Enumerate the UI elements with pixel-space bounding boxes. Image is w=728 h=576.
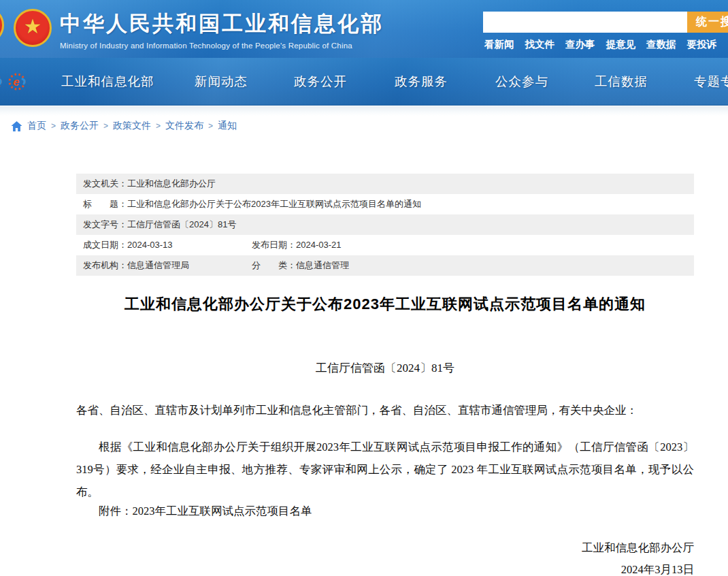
site-title: 中华人民共和国工业和信息化部 — [60, 10, 384, 38]
meta-value: 信息通信管理局 — [127, 260, 189, 270]
quick-link-files[interactable]: 找文件 — [525, 38, 555, 51]
document-meta-table: 发文机关：工业和信息化部办公厅 标 题：工业和信息化部办公厅关于公布2023年工… — [76, 174, 694, 276]
nav-item-miit[interactable]: 工业和信息化部 — [61, 58, 154, 106]
meta-value: 2024-03-13 — [127, 240, 173, 250]
meta-value: 工业和信息化部办公厅关于公布2023年工业互联网试点示范项目名单的通知 — [127, 199, 421, 209]
meta-label: 发文字号： — [83, 219, 127, 229]
meta-value: 2024-03-21 — [296, 240, 342, 250]
breadcrumb-separator: > — [51, 121, 56, 131]
search-input[interactable] — [483, 12, 687, 33]
meta-row-issuing-agency: 发文机关：工业和信息化部办公厅 — [76, 174, 694, 194]
breadcrumb-notice[interactable]: 通知 — [218, 120, 237, 132]
document-date: 2024年3月13日 — [76, 558, 694, 576]
document-title: 工业和信息化部办公厅关于公布2023年工业互联网试点示范项目名单的通知 — [76, 294, 694, 315]
site-titles: 中华人民共和国工业和信息化部 Ministry of Industry and … — [60, 10, 384, 50]
svg-text:e: e — [13, 76, 19, 89]
search-box: 统一搜索 — [483, 12, 728, 33]
unified-search-button[interactable]: 统一搜索 — [687, 12, 728, 33]
main-nav: e e 工业和信息化部 新闻动态 政务公开 政务服务 公众参与 工信数据 专题专… — [0, 58, 728, 106]
document-number: 工信厅信管函〔2024〕81号 — [76, 360, 694, 376]
meta-label: 分 类： — [252, 260, 296, 270]
document-signature: 工业和信息化部办公厅 — [76, 537, 694, 559]
quick-link-complaints[interactable]: 要投诉 — [687, 38, 717, 51]
quick-link-suggestions[interactable]: 提意见 — [606, 38, 636, 51]
miit-gear-icon: e — [7, 71, 28, 92]
header-shadow-band — [0, 106, 728, 116]
breadcrumb-file-release[interactable]: 文件发布 — [165, 120, 203, 132]
breadcrumb-gov-info[interactable]: 政务公开 — [61, 120, 99, 132]
meta-label: 发布日期： — [252, 240, 296, 250]
nav-item-public[interactable]: 公众参与 — [495, 58, 548, 106]
quick-link-news[interactable]: 看新闻 — [484, 38, 514, 51]
breadcrumb-separator: > — [156, 121, 161, 131]
quick-link-services[interactable]: 查办事 — [565, 38, 595, 51]
quick-link-data[interactable]: 查数据 — [646, 38, 676, 51]
meta-value: 工信厅信管函〔2024〕81号 — [127, 219, 236, 229]
site-header: ★ ★ 中华人民共和国工业和信息化部 Ministry of Industry … — [0, 0, 728, 58]
miit-gear-icon-partial: e — [0, 71, 4, 92]
meta-row-title: 标 题：工业和信息化部办公厅关于公布2023年工业互联网试点示范项目名单的通知 — [76, 194, 694, 214]
breadcrumb-separator: > — [103, 121, 108, 131]
meta-row-dates: 成文日期：2024-03-13 发布日期：2024-03-21 — [76, 235, 694, 255]
meta-label: 标 题： — [83, 199, 127, 209]
meta-row-doc-number: 发文字号：工信厅信管函〔2024〕81号 — [76, 214, 694, 235]
nav-item-topics[interactable]: 专题专栏 — [694, 58, 728, 106]
meta-label: 发布机构： — [83, 260, 127, 270]
national-emblem-icon: ★ — [14, 9, 52, 47]
miit-page: ★ ★ 中华人民共和国工业和信息化部 Ministry of Industry … — [0, 0, 728, 576]
nav-item-gov-info[interactable]: 政务公开 — [294, 58, 347, 106]
nav-item-gov-service[interactable]: 政务服务 — [395, 58, 448, 106]
nav-item-news[interactable]: 新闻动态 — [195, 58, 248, 106]
site-subtitle: Ministry of Industry and Information Tec… — [60, 42, 384, 50]
breadcrumb-separator: > — [208, 121, 213, 131]
home-icon[interactable] — [11, 121, 22, 131]
breadcrumb: 首页 > 政务公开 > 政策文件 > 文件发布 > 通知 — [11, 120, 237, 132]
document-paragraph: 根据《工业和信息化部办公厅关于组织开展2023年工业互联网试点示范项目申报工作的… — [76, 436, 694, 503]
quick-links: 看新闻 找文件 查办事 提意见 查数据 要投诉 — [484, 38, 716, 51]
meta-value: 信息通信管理 — [296, 260, 349, 270]
breadcrumb-home[interactable]: 首页 — [27, 120, 46, 132]
nav-item-data[interactable]: 工信数据 — [595, 58, 648, 106]
meta-label: 成文日期： — [83, 240, 127, 250]
meta-row-publisher: 发布机构：信息通信管理局 分 类：信息通信管理 — [76, 255, 694, 276]
meta-value: 工业和信息化部办公厅 — [127, 178, 216, 189]
breadcrumb-policy-files[interactable]: 政策文件 — [113, 120, 151, 132]
national-emblem-icon-partial: ★ — [0, 6, 4, 44]
document-attachment-line: 附件：2023年工业互联网试点示范项目名单 — [76, 500, 694, 522]
document-salutation: 各省、自治区、直辖市及计划单列市工业和信息化主管部门，各省、自治区、直辖市通信管… — [76, 399, 694, 421]
meta-label: 发文机关： — [83, 178, 127, 189]
